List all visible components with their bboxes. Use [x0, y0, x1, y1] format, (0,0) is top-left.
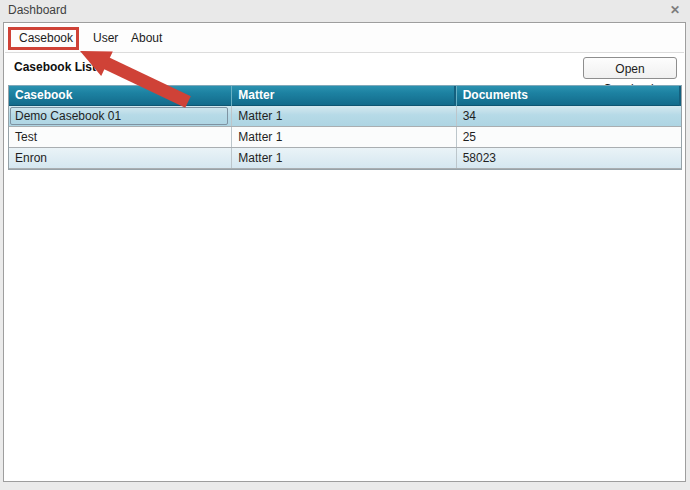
- window-title: Dashboard: [8, 0, 67, 22]
- cell-text: Demo Casebook 01: [15, 109, 121, 123]
- column-header-documents[interactable]: Documents: [456, 86, 681, 106]
- cell-documents[interactable]: 34: [456, 106, 681, 126]
- casebook-grid: Casebook Matter Documents Demo Casebook …: [8, 85, 682, 170]
- title-bar: Dashboard ✕: [0, 0, 690, 22]
- cell-casebook[interactable]: Demo Casebook 01: [9, 106, 231, 126]
- cell-casebook[interactable]: Test: [9, 127, 231, 147]
- cell-documents[interactable]: 58023: [456, 148, 681, 168]
- app-window: Dashboard ✕ Casebook User About Casebook…: [0, 0, 690, 490]
- grid-header-row: Casebook Matter Documents: [9, 86, 681, 106]
- cell-matter[interactable]: Matter 1: [231, 127, 455, 147]
- cell-casebook[interactable]: Enron: [9, 148, 231, 168]
- section-title: Casebook List:: [14, 60, 100, 74]
- column-header-matter[interactable]: Matter: [231, 86, 455, 106]
- column-header-casebook[interactable]: Casebook: [9, 86, 231, 106]
- menu-item-casebook[interactable]: Casebook: [19, 24, 73, 53]
- menu-item-user[interactable]: User: [93, 24, 118, 53]
- menu-bar: Casebook User About: [5, 24, 684, 53]
- cell-matter[interactable]: Matter 1: [231, 106, 455, 126]
- cell-matter[interactable]: Matter 1: [231, 148, 455, 168]
- table-row[interactable]: Test Matter 1 25: [9, 127, 681, 148]
- close-icon[interactable]: ✕: [666, 1, 684, 19]
- cell-documents[interactable]: 25: [456, 127, 681, 147]
- table-row[interactable]: Enron Matter 1 58023: [9, 148, 681, 169]
- menu-item-about[interactable]: About: [131, 24, 162, 53]
- open-casebook-button[interactable]: Open Casebook: [583, 57, 677, 79]
- table-row[interactable]: Demo Casebook 01 Matter 1 34: [9, 106, 681, 127]
